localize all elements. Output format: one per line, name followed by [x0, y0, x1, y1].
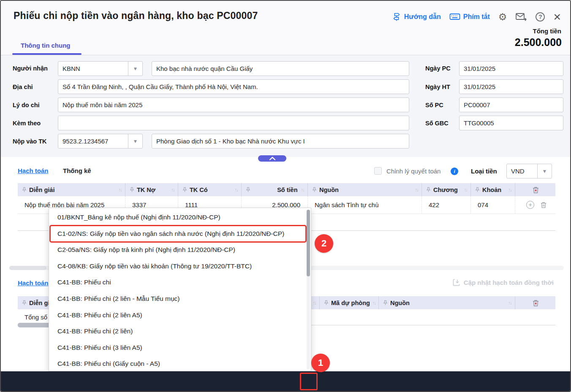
recipient-code-input[interactable]: [58, 62, 128, 76]
print-menu-item[interactable]: C41-BB: Phiếu chi (2 liên A5): [50, 307, 306, 324]
attachment-input[interactable]: [58, 116, 409, 130]
voucher-no-label: Số PC: [425, 102, 443, 108]
close-icon[interactable]: ×: [553, 12, 561, 22]
col-amount[interactable]: Số tiền↑↓: [242, 183, 308, 196]
pin-icon[interactable]: [426, 187, 431, 192]
recipient-code-combo[interactable]: ▼: [58, 61, 143, 76]
pin-icon[interactable]: [324, 300, 329, 305]
delete-row-icon[interactable]: [540, 201, 547, 208]
voucher-date-input[interactable]: [459, 61, 563, 76]
gbc-no-label: Số GBC: [425, 120, 449, 127]
page-title: Phiếu chi nộp tiền vào ngân hàng, kho bạ…: [14, 10, 258, 22]
currency-combo[interactable]: ▼: [506, 164, 552, 178]
col-actions-2[interactable]: [515, 296, 555, 309]
print-menu: 01/BKNT_Bảng kê nộp thuế (Nghị định 11/2…: [49, 208, 311, 371]
collapse-form-button[interactable]: [258, 155, 286, 162]
chevron-up-icon: [269, 157, 276, 160]
pin-icon[interactable]: [383, 300, 388, 305]
sort-icon[interactable]: ↑↓: [464, 187, 468, 192]
col-credit[interactable]: TK Có↑↓: [178, 183, 242, 196]
cell-source[interactable]: Ngân sách Tỉnh tự chủ: [308, 196, 422, 214]
col-description[interactable]: Diễn giải↑↓: [18, 183, 125, 196]
pin-icon[interactable]: [475, 187, 480, 192]
gbc-no-input[interactable]: [459, 116, 563, 130]
chevron-down-icon[interactable]: ▼: [128, 134, 142, 148]
signpost-icon: [392, 12, 401, 22]
print-menu-item[interactable]: C41-BB: Phiếu chi (2 liên): [50, 323, 306, 340]
col-source[interactable]: Nguồn↑↓: [308, 183, 422, 196]
col-chapter[interactable]: Chương↑↓: [422, 183, 471, 196]
cell-item[interactable]: 074: [471, 196, 515, 214]
settings-gear-icon[interactable]: ⚙: [498, 12, 507, 22]
print-menu-item[interactable]: C2-05a/NS: Giấy nộp trả kinh phí (Nghị đ…: [50, 242, 306, 258]
shortcuts-link[interactable]: Phím tắt: [449, 13, 490, 21]
col-actions[interactable]: [515, 183, 555, 196]
pin-icon[interactable]: [182, 187, 187, 192]
scrollbar-thumb[interactable]: [307, 210, 310, 276]
sort-icon[interactable]: ↑↓: [373, 300, 376, 305]
chevron-down-icon[interactable]: ▼: [128, 62, 142, 76]
sort-icon[interactable]: ↑↓: [235, 187, 238, 192]
posting-date-input[interactable]: [459, 79, 563, 94]
deposit-account-name-input[interactable]: [152, 134, 409, 149]
accounting-grid-header: Diễn giải↑↓ TK Nợ↑↓ TK Có↑↓ Số tiền↑↓ Ng…: [18, 183, 555, 196]
update-download-icon: [452, 278, 460, 287]
col-debit[interactable]: TK Nợ↑↓: [125, 183, 178, 196]
pin-icon[interactable]: [22, 187, 27, 192]
total-amount-label: Tổng tiền: [533, 27, 562, 35]
print-menu-item[interactable]: C41-BB: Phiếu chi (2 liên - Mẫu Tiểu mục…: [50, 291, 306, 307]
settlement-adjust-label: Chỉnh lý quyết toán: [386, 168, 440, 175]
feedback-mail-icon[interactable]: [515, 12, 527, 22]
voucher-no-input[interactable]: [459, 97, 563, 112]
deposit-account-combo[interactable]: ▼: [58, 134, 143, 149]
col-source-2[interactable]: Nguồn↑↓: [379, 296, 515, 309]
scrollbar-thumb[interactable]: [9, 266, 46, 270]
sort-icon[interactable]: ↑↓: [415, 187, 419, 192]
top-actions: Hướng dẫn Phím tắt ⚙ ? ×: [392, 12, 561, 22]
print-menu-item[interactable]: C4-08/KB: Giấy nộp tiền vào tài khoản (T…: [50, 258, 306, 275]
address-input[interactable]: [58, 79, 409, 94]
sort-icon[interactable]: ↑↓: [171, 187, 175, 192]
help-link[interactable]: Hướng dẫn: [392, 12, 441, 22]
menu-scrollbar[interactable]: [307, 210, 310, 369]
sort-icon[interactable]: ↑↓: [508, 300, 512, 305]
sort-icon[interactable]: ↑↓: [119, 187, 122, 192]
recipient-name-input[interactable]: [152, 61, 409, 76]
reason-input[interactable]: [58, 97, 409, 112]
chevron-down-icon[interactable]: ▼: [537, 164, 552, 178]
address-label: Địa chỉ: [13, 84, 33, 90]
cell-chapter[interactable]: 422: [422, 196, 471, 214]
deposit-account-input[interactable]: [58, 134, 128, 148]
sort-icon[interactable]: ↑↓: [301, 187, 305, 192]
pin-icon[interactable]: [246, 187, 250, 192]
cell-empty: [379, 309, 515, 325]
pin-icon[interactable]: [22, 300, 27, 305]
tab-general-info[interactable]: Thông tin chung: [21, 42, 70, 49]
posting-date-label: Ngày HT: [425, 84, 450, 90]
col-item[interactable]: Khoản↑↓: [471, 183, 515, 196]
attachment-label: Kèm theo: [13, 120, 41, 127]
currency-input[interactable]: [507, 164, 537, 178]
print-menu-item[interactable]: C41-BB: Phiếu chi: [50, 274, 306, 291]
tab-statistics[interactable]: Thống kê: [63, 167, 91, 174]
keyboard-icon: [449, 13, 460, 21]
pin-icon[interactable]: [312, 187, 317, 192]
sort-icon[interactable]: ↑↓: [313, 300, 316, 305]
info-icon[interactable]: i: [451, 168, 458, 175]
tab-accounting-2[interactable]: Hạch toán: [18, 279, 49, 287]
pin-icon[interactable]: [130, 187, 134, 192]
settlement-adjust-checkbox[interactable]: [374, 167, 382, 175]
sort-icon[interactable]: ↑↓: [508, 187, 512, 192]
add-row-icon[interactable]: +: [526, 201, 534, 209]
print-menu-item[interactable]: C41-BB: Phiếu chi (3 liên A5): [50, 340, 306, 356]
help-question-icon[interactable]: ?: [536, 12, 545, 22]
print-menu-item[interactable]: C41-BB: Phiếu chi (Giấy cuộn - A5): [50, 356, 306, 372]
tab-accounting[interactable]: Hạch toán: [18, 167, 49, 174]
print-menu-item[interactable]: 01/BKNT_Bảng kê nộp thuế (Nghị định 11/2…: [50, 209, 306, 226]
delete-all-icon[interactable]: [532, 186, 539, 194]
delete-all-icon[interactable]: [532, 299, 539, 307]
voucher-window: Phiếu chi nộp tiền vào ngân hàng, kho bạ…: [0, 0, 571, 392]
reason-label: Lý do chi: [13, 102, 40, 108]
print-menu-item-highlighted[interactable]: C1-02/NS: Giấy nộp tiền vào ngân sách nh…: [50, 226, 306, 242]
col-reserve-code[interactable]: Mã dự phòng↑↓: [320, 296, 379, 309]
